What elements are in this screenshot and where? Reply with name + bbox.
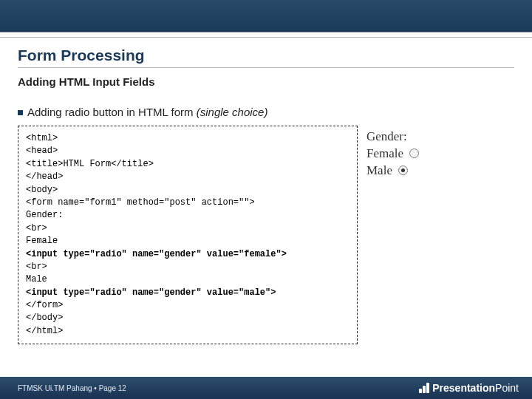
content-row: <html> <head> <title>HTML Form</title> <…	[18, 126, 514, 344]
code-line-bold: <input type="radio" name="gender" value=…	[26, 287, 276, 298]
code-line: <html>	[26, 133, 58, 143]
bullet-line: Adding radio button in HTML form (single…	[18, 106, 514, 118]
code-line: Gender:	[26, 210, 63, 220]
code-line: <title>HTML Form</title>	[26, 159, 154, 169]
slide-subtitle: Adding HTML Input Fields	[18, 75, 514, 88]
logo-text: PresentationPoint	[432, 382, 519, 394]
code-line-bold: <input type="radio" name="gender" value=…	[26, 249, 287, 259]
code-line: </head>	[26, 171, 63, 182]
top-bar	[0, 0, 532, 33]
code-line: <form name="form1" method="post" action=…	[26, 197, 255, 208]
code-box: <html> <head> <title>HTML Form</title> <…	[18, 126, 358, 344]
logo-light: Point	[495, 382, 519, 394]
preview-option-female: Female	[366, 146, 419, 163]
preview-label: Gender:	[366, 129, 419, 146]
footer-logo: PresentationPoint	[419, 382, 519, 394]
code-line: </body>	[26, 313, 63, 323]
footer-bar: FTMSK Ui.TM Pahang • Page 12 Presentatio…	[0, 377, 532, 399]
radio-icon-selected[interactable]	[398, 166, 408, 175]
preview-option-male: Male	[366, 163, 419, 180]
code-line: Female	[26, 236, 58, 246]
bullet-text-italic: (single choice)	[197, 106, 268, 118]
code-line: </form>	[26, 300, 63, 310]
code-line: <br>	[26, 223, 47, 233]
footer-text: FTMSK Ui.TM Pahang • Page 12	[18, 384, 126, 392]
slide-content: Form Processing Adding HTML Input Fields…	[0, 38, 532, 344]
code-line: <br>	[26, 262, 47, 272]
bullet-square-icon	[18, 110, 23, 115]
preview-option-text: Female	[366, 146, 403, 160]
logo-bold: Presentation	[432, 382, 495, 394]
preview-option-text: Male	[366, 163, 392, 177]
code-line: <head>	[26, 146, 58, 156]
bullet-text: Adding radio button in HTML form	[27, 106, 197, 118]
code-line: <body>	[26, 185, 58, 195]
slide-title: Form Processing	[18, 47, 514, 64]
code-line: </html>	[26, 326, 63, 336]
radio-icon[interactable]	[409, 149, 419, 158]
title-underline	[18, 67, 514, 68]
code-line: Male	[26, 274, 47, 284]
logo-mark-icon	[419, 383, 429, 393]
render-preview: Gender: Female Male	[366, 126, 419, 180]
